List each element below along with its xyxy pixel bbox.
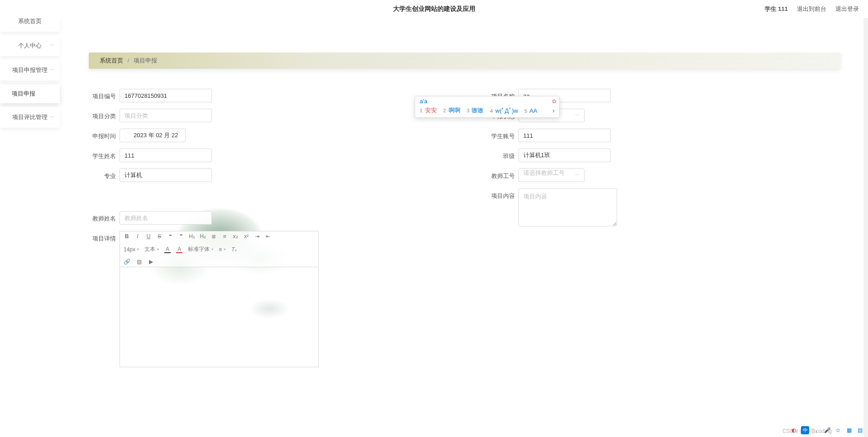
quote-button[interactable]: ❝: [167, 233, 173, 240]
ime-candidate-num: 2: [443, 108, 446, 113]
superscript-button[interactable]: x²: [243, 233, 249, 240]
font-family-select[interactable]: 文本 ▾: [144, 245, 159, 253]
class-input[interactable]: [518, 149, 611, 162]
sidebar-item-label: 个人中心: [18, 42, 42, 49]
unordered-list-button[interactable]: ≣: [211, 233, 217, 240]
tray-app-icon[interactable]: ▤: [856, 427, 863, 434]
rich-text-editor: B I U S ❝ ❞ H₁ H₂ ≣ ≡ x₂ x² ⇥ ⇤: [120, 231, 319, 367]
chevron-down-icon: ▾: [211, 247, 213, 251]
standard-font-value: 标准字体: [188, 245, 210, 253]
sidebar-item-project-review-mgmt[interactable]: 项目评比管理 ﹀: [0, 107, 60, 128]
teacher-name-label: 教师姓名: [89, 211, 116, 223]
sidebar-item-label: 项目评比管理: [12, 114, 48, 120]
bg-color-button[interactable]: A: [176, 246, 182, 253]
font-color-button[interactable]: A: [164, 246, 171, 253]
ime-candidate-word: w(ﾟДﾟ)w: [495, 107, 518, 114]
underline-button[interactable]: U: [145, 233, 152, 240]
ime-candidate-word: 嗷嗷: [472, 107, 484, 114]
student-name-input[interactable]: [120, 149, 212, 162]
clear-format-button[interactable]: Tₓ: [231, 246, 237, 253]
exit-to-front-link[interactable]: 退出到前台: [797, 5, 826, 13]
ime-mode-indicator[interactable]: 中: [801, 426, 809, 434]
ime-candidate-4[interactable]: 4 w(ﾟДﾟ)w: [490, 107, 518, 114]
major-input[interactable]: [120, 168, 212, 182]
ime-candidate-5[interactable]: 5 AA: [524, 107, 537, 114]
h1-button[interactable]: H₁: [189, 233, 195, 240]
chevron-down-icon: ▾: [157, 247, 159, 251]
sidebar-item-personal-center[interactable]: 个人中心 ﹀: [0, 35, 60, 56]
ime-candidate-word: 啊啊: [449, 107, 460, 114]
chevron-down-icon: ﹀: [50, 43, 54, 49]
ordered-list-button[interactable]: ≡: [221, 233, 228, 240]
ime-candidate-2[interactable]: 2 啊啊: [443, 106, 460, 115]
editor-body[interactable]: [120, 267, 318, 367]
tray-folder-icon[interactable]: ▦: [845, 427, 853, 434]
header-right-links: 学生 111 退出到前台 退出登录: [765, 0, 859, 18]
breadcrumb-separator: /: [128, 57, 129, 64]
ime-candidate-num: 4: [490, 108, 493, 114]
ime-candidate-1[interactable]: 1 安安: [420, 106, 437, 115]
tray-misc-icon[interactable]: ◐: [790, 427, 797, 434]
student-account-input[interactable]: [518, 129, 611, 142]
breadcrumb-home[interactable]: 系统首页: [100, 57, 123, 64]
sidebar-item-project-apply-mgmt[interactable]: 项目申报管理 ﹀: [0, 60, 60, 81]
ime-candidate-num: 3: [467, 108, 470, 113]
major-label: 专业: [89, 168, 116, 180]
link-button[interactable]: 🔗: [124, 259, 130, 265]
image-button[interactable]: ▧: [136, 259, 142, 265]
ime-candidate-word: 安安: [425, 107, 437, 114]
sidebar-item-label: 项目申报: [12, 90, 35, 97]
ime-candidate-3[interactable]: 3 嗷嗷: [467, 106, 484, 115]
align-select[interactable]: ≡▾: [219, 246, 225, 253]
student-name-label: 学生姓名: [89, 149, 116, 160]
sidebar: 系统首页 个人中心 ﹀ 项目申报管理 ﹀ 项目申报 项目评比管理 ﹀: [0, 0, 60, 437]
italic-button[interactable]: I: [134, 233, 141, 240]
chevron-down-icon: ﹀: [50, 67, 54, 73]
breadcrumb: 系统首页 / 项目申报: [89, 53, 841, 69]
font-size-value: 14px: [124, 246, 135, 253]
outdent-button[interactable]: ⇤: [265, 233, 271, 240]
project-no-label: 项目编号: [89, 89, 116, 101]
form-right-column: 项目名称 申报状态 ﹀ 学生账号 班级 教师工号 请选择教师工号: [488, 89, 841, 374]
code-button[interactable]: ❞: [178, 233, 184, 240]
bold-button[interactable]: B: [124, 233, 130, 240]
main-content: 系统首页 / 项目申报 项目编号 项目分类 申报时间: [60, 18, 868, 437]
subscript-button[interactable]: x₂: [232, 233, 239, 240]
standard-font-select[interactable]: 标准字体 ▾: [188, 245, 213, 253]
tray-mic-icon[interactable]: 🎤: [824, 427, 831, 434]
indent-button[interactable]: ⇥: [254, 233, 260, 240]
tray-face-icon[interactable]: ☺: [834, 427, 842, 434]
project-content-textarea[interactable]: [518, 188, 617, 226]
strikethrough-button[interactable]: S: [156, 233, 163, 240]
ime-close-icon[interactable]: ✿: [552, 98, 556, 105]
student-label[interactable]: 学生 111: [765, 5, 788, 13]
teacher-name-input[interactable]: [120, 211, 212, 225]
chevron-down-icon: ﹀: [575, 112, 580, 119]
ime-composition: a'a: [415, 96, 559, 105]
top-header: 大学生创业网站的建设及应用 学生 111 退出到前台 退出登录: [0, 0, 868, 18]
chevron-down-icon: ﹀: [575, 172, 580, 178]
apply-time-label: 申报时间: [89, 129, 116, 140]
font-size-select[interactable]: 14px ▾: [124, 246, 139, 253]
project-category-input[interactable]: [120, 109, 212, 122]
sidebar-item-label: 系统首页: [18, 18, 42, 24]
ime-candidate-word: AA: [529, 107, 537, 114]
project-category-label: 项目分类: [89, 109, 116, 120]
video-button[interactable]: ▶: [148, 259, 154, 265]
ime-more-icon[interactable]: ›: [552, 107, 555, 114]
student-account-label: 学生账号: [488, 129, 515, 140]
editor-toolbar: B I U S ❝ ❞ H₁ H₂ ≣ ≡ x₂ x² ⇥ ⇤: [120, 231, 318, 267]
font-family-value: 文本: [144, 245, 155, 253]
project-no-input[interactable]: [120, 89, 212, 102]
class-label: 班级: [488, 149, 515, 160]
sidebar-subitem-project-apply[interactable]: 项目申报: [0, 84, 60, 103]
chevron-down-icon: ▾: [224, 247, 225, 251]
apply-time-input[interactable]: [120, 129, 186, 142]
app-title: 大学生创业网站的建设及应用: [393, 5, 475, 13]
logout-link[interactable]: 退出登录: [835, 5, 859, 13]
tray-punct-icon[interactable]: ，: [813, 427, 820, 434]
h2-button[interactable]: H₂: [200, 233, 206, 240]
teacher-id-label: 教师工号: [488, 168, 515, 180]
form-left-column: 项目编号 项目分类 申报时间 学生姓名 专业: [89, 89, 442, 374]
teacher-id-select[interactable]: 请选择教师工号 ﹀: [518, 168, 585, 182]
